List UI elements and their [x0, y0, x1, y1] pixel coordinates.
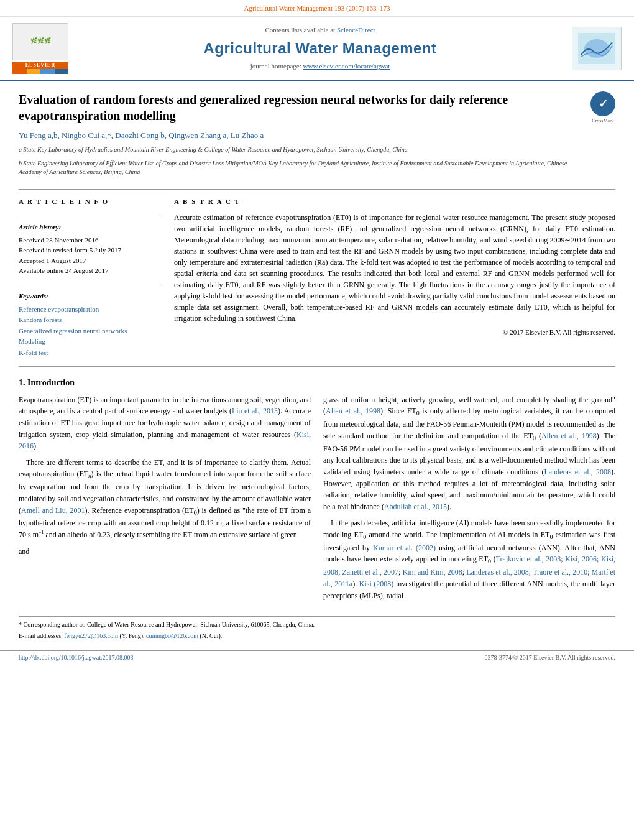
introduction-body: Evapotranspiration (ET) is an important …	[19, 394, 615, 606]
allen1998a-link[interactable]: Allen et al., 1998	[326, 407, 380, 415]
journal-homepage: journal homepage: www.elsevier.com/locat…	[68, 62, 572, 72]
allen1998b-link[interactable]: Allen et al., 1998	[541, 432, 597, 440]
article-history-label: Article history:	[19, 223, 162, 233]
footnote-area: * Corresponding author at: College of Wa…	[19, 616, 615, 640]
keywords-divider	[19, 284, 162, 284]
kisi2008b-link[interactable]: Kisi (2008)	[359, 579, 394, 588]
intro-para-2: There are different terms to describe th…	[19, 457, 311, 541]
keyword-1: Reference evapotranspiration	[19, 304, 162, 315]
copyright: © 2017 Elsevier B.V. All rights reserved…	[174, 328, 615, 338]
article-info-divider	[19, 215, 162, 215]
authors: Yu Feng a,b, Ningbo Cui a,*, Daozhi Gong…	[19, 130, 578, 142]
header-divider	[19, 189, 615, 190]
elsevier-logo: 🌿🌿🌿 ELSEVIER	[12, 23, 68, 74]
intro-right-col: grass of uniform height, actively growin…	[323, 394, 615, 606]
journal-logo-image	[578, 33, 615, 64]
footer-bar: http://dx.doi.org/10.1016/j.agwat.2017.0…	[0, 650, 634, 665]
main-content: Evaluation of random forests and general…	[0, 81, 634, 650]
paper-header: Evaluation of random forests and general…	[19, 91, 615, 182]
affiliation-a: a State Key Laboratory of Hydraulics and…	[19, 145, 578, 154]
email1-link[interactable]: fengyu272@163.com	[64, 632, 118, 639]
zanetti2007-link[interactable]: Zanetti et al., 2007	[342, 568, 398, 576]
journal-title: Agricultural Water Management	[68, 38, 572, 60]
keyword-5: K-fold test	[19, 348, 162, 359]
revised-date: Received in revised form 5 July 2017	[19, 245, 162, 256]
crossmark-icon: ✓	[590, 91, 615, 116]
keywords-label: Keywords:	[19, 292, 162, 302]
accepted-date: Accepted 1 August 2017	[19, 256, 162, 266]
keyword-3: Generalized regression neural networks	[19, 326, 162, 337]
available-date: Available online 24 August 2017	[19, 265, 162, 276]
kisi2006-link[interactable]: Kisi, 2006	[565, 555, 597, 563]
liu2013-link[interactable]: Liu et al., 2013	[232, 407, 278, 415]
introduction-title: 1. Introduction	[19, 377, 615, 389]
footnote-email: E-mail addresses: fengyu272@163.com (Y. …	[19, 632, 615, 641]
intro-left-col: Evapotranspiration (ET) is an important …	[19, 394, 311, 606]
journal-header: 🌿🌿🌿 ELSEVIER Contents lists available at…	[0, 17, 634, 81]
article-info-abstract: A R T I C L E I N F O Article history: R…	[19, 197, 615, 359]
abstract-title: A B S T R A C T	[174, 197, 615, 207]
abstract-body: Accurate estimation of reference evapotr…	[174, 213, 615, 323]
journal-logo	[572, 27, 622, 70]
kisi2016-link[interactable]: Kisi, 2016	[19, 430, 311, 451]
journal-reference-text: Agricultural Water Management 193 (2017)…	[244, 4, 390, 12]
paper-title: Evaluation of random forests and general…	[19, 91, 578, 124]
journal-homepage-link[interactable]: www.elsevier.com/locate/agwat	[303, 62, 390, 70]
elsevier-logo-box: 🌿🌿🌿	[12, 23, 68, 60]
body-divider	[19, 366, 615, 367]
intro-right-para-2: In the past decades, artificial intellig…	[323, 517, 615, 601]
abstract-text: Accurate estimation of reference evapotr…	[174, 212, 615, 324]
issn-text: 0378-3774/© 2017 Elsevier B.V. All right…	[485, 653, 615, 663]
keyword-4: Modeling	[19, 336, 162, 348]
landeras2008b-link[interactable]: Landeras et al., 2008	[466, 568, 529, 576]
article-info: A R T I C L E I N F O Article history: R…	[19, 197, 162, 359]
elsevier-label: ELSEVIER	[12, 62, 68, 69]
keyword-2: Random forests	[19, 315, 162, 326]
kumar2002-link[interactable]: Kumar et al. (2002)	[373, 543, 436, 552]
doi-link[interactable]: http://dx.doi.org/10.1016/j.agwat.2017.0…	[19, 653, 134, 663]
abstract-section: A B S T R A C T Accurate estimation of r…	[174, 197, 615, 359]
amell2001-link[interactable]: Amell and Liu, 2001	[21, 506, 85, 515]
kimkim2008-link[interactable]: Kim and Kim, 2008	[402, 568, 462, 576]
sciencedirect-link[interactable]: ScienceDirect	[337, 26, 375, 34]
abdullah2015-link[interactable]: Abdullah et al., 2015	[384, 502, 447, 511]
journal-reference-bar: Agricultural Water Management 193 (2017)…	[0, 0, 634, 17]
trajkovic2003-link[interactable]: Trajkovic et al., 2003	[496, 555, 561, 563]
elsevier-color-bar	[12, 69, 68, 74]
traore2010-link[interactable]: Traore et al., 2010	[533, 568, 587, 576]
contents-line: Contents lists available at ScienceDirec…	[68, 25, 572, 35]
paper-title-section: Evaluation of random forests and general…	[19, 91, 578, 182]
introduction-section: 1. Introduction Evapotranspiration (ET) …	[19, 377, 615, 607]
intro-right-para-1: grass of uniform height, actively growin…	[323, 394, 615, 513]
affiliation-b: b State Engineering Laboratory of Effici…	[19, 159, 578, 177]
received-date: Received 28 November 2016	[19, 235, 162, 246]
email2-link[interactable]: cuiningbo@126.com	[146, 632, 198, 639]
svg-point-1	[584, 39, 609, 58]
intro-para-2-and: and	[19, 546, 311, 558]
journal-header-middle: Contents lists available at ScienceDirec…	[68, 25, 572, 72]
crossmark-logo: ✓ CrossMark	[590, 91, 615, 116]
article-info-title: A R T I C L E I N F O	[19, 197, 162, 207]
landeras2008-link[interactable]: Landeras et al., 2008	[544, 468, 611, 476]
intro-para-1: Evapotranspiration (ET) is an important …	[19, 394, 311, 452]
footnote-corresponding: * Corresponding author at: College of Wa…	[19, 621, 615, 630]
